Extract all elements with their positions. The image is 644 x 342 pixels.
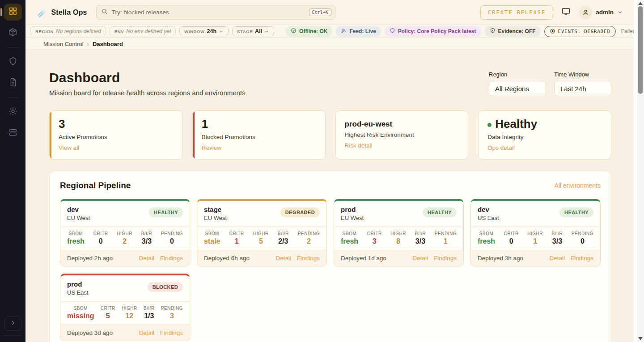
pipeline-card: dev EU West HEALTHY SBOMfresh CRITR0 HIG…: [60, 199, 190, 266]
evidence-status-chip[interactable]: Evidence: OFF: [485, 26, 541, 37]
page-gap: [634, 0, 637, 342]
review-link[interactable]: Review: [202, 144, 221, 151]
highest-risk-card: prod-eu-west Highest Risk Environment Ri…: [335, 110, 469, 160]
stat-value-bir: 3/3: [141, 237, 153, 245]
stat-value-pending: 0: [161, 237, 183, 245]
regional-pipeline-title: Regional Pipeline: [60, 181, 131, 190]
stat-value-bir: 2/3: [278, 237, 289, 245]
scroll-down-arrow-icon[interactable]: [638, 337, 643, 340]
user-menu[interactable]: admin: [579, 6, 623, 19]
detail-link[interactable]: Detail: [275, 255, 291, 262]
stat-value-critr: 0: [504, 237, 519, 245]
env-name: prod: [341, 206, 364, 213]
pipeline-card: dev US East HEALTHY SBOMfresh CRITR0 HIG…: [470, 199, 601, 266]
window-filter-chip[interactable]: WINDOW 24h: [179, 26, 229, 36]
chevron-right-icon: [10, 320, 16, 328]
sidebar-item-security[interactable]: [4, 54, 22, 71]
sidebar-divider: [4, 335, 22, 336]
detail-link[interactable]: Detail: [139, 255, 154, 262]
time-window-select-label: Time Window: [554, 71, 611, 78]
global-search[interactable]: Ctrl+K: [96, 5, 335, 20]
evidence-status-label: Evidence: OFF: [498, 28, 536, 34]
region-select[interactable]: All Regions: [489, 81, 546, 96]
stat-value-sbom: fresh: [67, 237, 85, 245]
data-integrity-label: Data Integrity: [487, 134, 602, 140]
stat-label-highr: HIGHR: [527, 231, 543, 236]
stage-filter-chip[interactable]: STAGE All: [232, 26, 274, 36]
sidebar-item-settings[interactable]: [4, 104, 22, 121]
search-input[interactable]: [112, 9, 305, 16]
sidebar-item-documents[interactable]: [4, 75, 22, 92]
findings-link[interactable]: Findings: [160, 329, 183, 336]
env-region: EU West: [67, 215, 90, 221]
status-badge: HEALTHY: [423, 207, 457, 217]
stat-value-bir: 1/3: [144, 312, 155, 320]
gear-icon: [8, 106, 18, 118]
package-icon: [8, 27, 18, 39]
deployed-time: Deployed 3d ago: [67, 329, 113, 336]
shield-icon: [390, 28, 395, 35]
events-status-chip[interactable]: EVENTS: DEGRADED: [544, 26, 616, 37]
window-chip-label: WINDOW: [184, 29, 204, 34]
sidebar-item-dashboard[interactable]: [4, 4, 22, 21]
view-all-link[interactable]: View all: [59, 144, 79, 151]
findings-link[interactable]: Findings: [571, 255, 593, 262]
sidebar-item-releases[interactable]: [4, 25, 22, 42]
risk-detail-link[interactable]: Risk detail: [345, 142, 373, 149]
search-icon: [101, 8, 108, 17]
detail-link[interactable]: Detail: [412, 255, 428, 262]
chevron-down-icon: [617, 9, 623, 15]
stat-value-sbom: fresh: [341, 237, 358, 245]
check-circle-icon: [291, 28, 297, 35]
create-release-button[interactable]: CREATE RELEASE: [480, 5, 553, 20]
data-integrity-value: Healthy: [487, 118, 602, 131]
stat-label-critr: CRITR: [93, 231, 108, 236]
all-environments-link[interactable]: All environments: [555, 182, 601, 189]
display-mode-button[interactable]: [561, 7, 571, 18]
stat-value-pending: 2: [298, 237, 320, 245]
env-region: EU West: [341, 215, 364, 221]
scroll-up-arrow-icon[interactable]: [638, 2, 643, 5]
breadcrumb-mission-control[interactable]: Mission Control: [43, 41, 84, 47]
sidebar-item-infrastructure[interactable]: [4, 125, 22, 142]
env-chip-value: No env defined yet: [126, 28, 171, 34]
env-filter-chip[interactable]: ENV No env defined yet: [110, 26, 176, 36]
detail-link[interactable]: Detail: [549, 255, 565, 262]
ops-detail-link[interactable]: Ops detail: [487, 144, 515, 151]
shield-icon: [8, 56, 18, 68]
stat-value-critr: 0: [93, 237, 108, 245]
offline-status-label: Offline: OK: [299, 28, 327, 34]
policy-status-chip[interactable]: Policy: Core Policy Pack latest: [385, 26, 481, 37]
rss-feed-icon: [341, 28, 347, 35]
findings-link[interactable]: Findings: [297, 255, 320, 262]
findings-link[interactable]: Findings: [434, 255, 457, 262]
stat-label-bir: B/I/R: [278, 231, 289, 236]
time-window-select[interactable]: Last 24h: [554, 81, 611, 96]
chevron-down-icon: [264, 29, 269, 34]
stat-value-bir: 3/3: [552, 237, 563, 245]
active-promotions-label: Active Promotions: [59, 134, 173, 140]
policy-status-label: Policy: Core Policy Pack latest: [398, 28, 476, 34]
search-shortcut-badge: Ctrl+K: [309, 8, 331, 16]
stat-value-sbom: missing: [67, 312, 94, 320]
dashboard-grid-icon: [8, 6, 18, 18]
page-scrollbar[interactable]: [637, 0, 644, 342]
scrollbar-thumb[interactable]: [638, 6, 643, 94]
app-logo[interactable]: ☄️ Stella Ops: [38, 8, 87, 17]
user-name: admin: [596, 9, 614, 16]
pipeline-card: stage EU West DEGRADED SBOMstale CRITR1 …: [197, 199, 327, 266]
offline-status-chip[interactable]: Offline: OK: [286, 26, 332, 37]
detail-link[interactable]: Detail: [139, 329, 154, 336]
pipeline-card: prod EU West HEALTHY SBOMfresh CRITR3 HI…: [334, 199, 464, 266]
feed-status-chip[interactable]: Feed: Live: [336, 26, 381, 37]
stage-chip-label: STAGE: [237, 29, 253, 34]
findings-link[interactable]: Findings: [160, 255, 183, 262]
sidebar-expand-button[interactable]: [4, 317, 21, 331]
region-filter-chip[interactable]: REGION No regions defined: [30, 26, 106, 36]
stat-label-pending: PENDING: [161, 306, 183, 311]
stat-value-highr: 8: [390, 237, 406, 245]
top-bar: ☄️ Stella Ops Ctrl+K CREATE RELEASE: [25, 0, 634, 25]
stat-label-bir: B/I/R: [415, 231, 426, 236]
context-filter-bar: REGION No regions defined ENV No env def…: [25, 25, 634, 38]
monitor-icon: [561, 7, 571, 18]
